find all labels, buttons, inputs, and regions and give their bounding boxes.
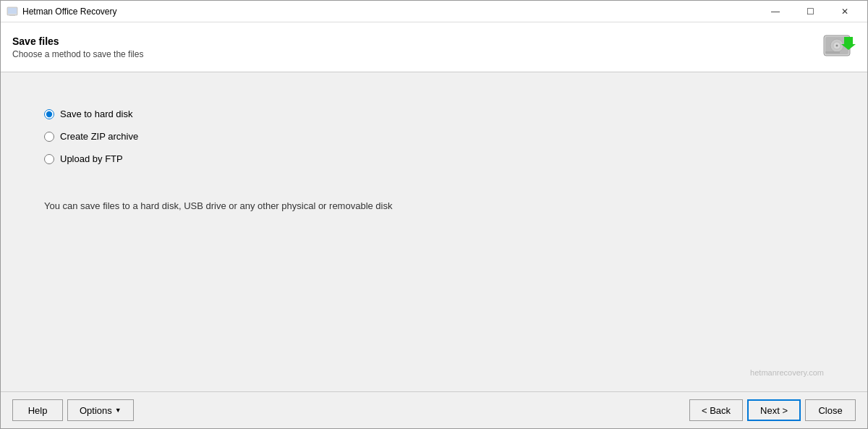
- radio-harddisk[interactable]: [44, 109, 54, 119]
- footer-right: < Back Next > Close: [689, 399, 856, 421]
- radio-ftp[interactable]: [44, 154, 54, 164]
- radio-ftp-label: Upload by FTP: [60, 153, 123, 164]
- header-icon: [821, 30, 856, 64]
- content-area: Save to hard disk Create ZIP archive Upl…: [1, 72, 867, 391]
- options-dropdown-arrow: ▼: [115, 407, 122, 414]
- watermark: hetmanrecovery.com: [44, 361, 824, 377]
- footer: Help Options ▼ < Back Next > Close: [1, 391, 867, 428]
- help-button[interactable]: Help: [12, 399, 63, 421]
- radio-zip[interactable]: [44, 132, 54, 142]
- title-bar: Hetman Office Recovery — ☐ ✕: [1, 1, 867, 22]
- radio-group: Save to hard disk Create ZIP archive Upl…: [44, 109, 824, 164]
- window-title: Hetman Office Recovery: [22, 7, 759, 17]
- next-button[interactable]: Next >: [747, 399, 801, 421]
- header-title: Save files: [12, 35, 143, 47]
- option-upload-ftp[interactable]: Upload by FTP: [44, 153, 824, 164]
- minimize-button[interactable]: —: [759, 1, 792, 22]
- header-section: Save files Choose a method to save the f…: [1, 22, 867, 72]
- header-subtitle: Choose a method to save the files: [12, 49, 143, 59]
- svg-rect-8: [825, 51, 840, 54]
- options-label: Options: [80, 405, 112, 416]
- back-button[interactable]: < Back: [689, 399, 743, 421]
- svg-rect-1: [8, 8, 17, 14]
- radio-zip-label: Create ZIP archive: [60, 131, 138, 142]
- main-window: Hetman Office Recovery — ☐ ✕ Save files …: [0, 0, 868, 429]
- maximize-button[interactable]: ☐: [793, 1, 827, 22]
- window-close-button[interactable]: ✕: [828, 1, 861, 22]
- footer-left: Help Options ▼: [12, 399, 134, 421]
- svg-rect-2: [9, 14, 15, 16]
- app-icon: [7, 6, 18, 17]
- option-create-zip[interactable]: Create ZIP archive: [44, 131, 824, 142]
- header-text: Save files Choose a method to save the f…: [12, 35, 143, 59]
- description-text: You can save files to a hard disk, USB d…: [44, 200, 824, 211]
- radio-harddisk-label: Save to hard disk: [60, 109, 132, 119]
- close-button[interactable]: Close: [805, 399, 856, 421]
- option-save-to-harddisk[interactable]: Save to hard disk: [44, 109, 824, 119]
- svg-point-7: [836, 45, 838, 47]
- options-button[interactable]: Options ▼: [67, 399, 134, 421]
- window-controls: — ☐ ✕: [759, 1, 861, 22]
